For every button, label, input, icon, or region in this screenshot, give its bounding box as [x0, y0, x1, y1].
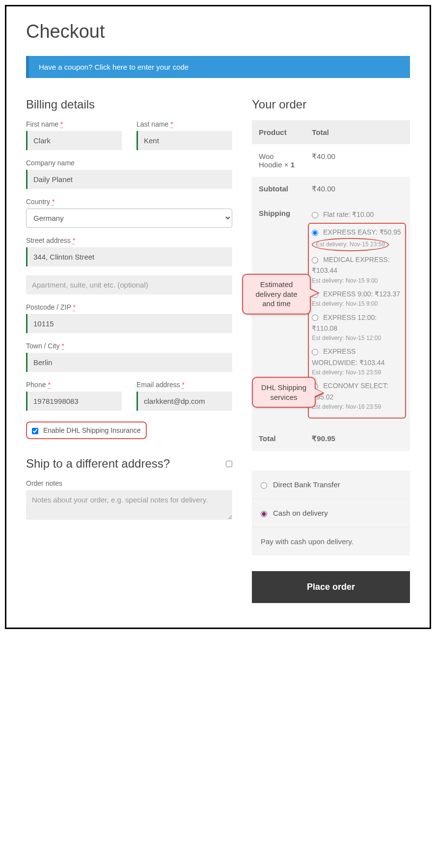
email-input[interactable]	[136, 392, 232, 411]
shipping-option-label: EXPRESS WORLDWIDE: ₹103.44	[312, 347, 384, 366]
postcode-label: Postcode / ZIP *	[26, 303, 232, 311]
shipping-option[interactable]: EXPRESS EASY: ₹50.95Est delivery: Nov-15…	[312, 227, 402, 251]
insurance-checkbox[interactable]	[32, 428, 38, 434]
subtotal-label: Subtotal	[252, 177, 305, 201]
shipping-option[interactable]: EXPRESS 9:00: ₹123.37Est delivery: Nov-1…	[312, 289, 402, 309]
ship-diff-heading: Ship to a different address?	[26, 457, 170, 471]
billing-heading: Billing details	[26, 98, 232, 111]
shipping-option[interactable]: MEDICAL EXPRESS: ₹103.44Est delivery: No…	[312, 254, 402, 286]
company-input[interactable]	[26, 170, 232, 189]
phone-label: Phone *	[26, 381, 122, 389]
callout-est-delivery: Estimated delivery date and time	[242, 274, 311, 315]
shipping-option[interactable]: EXPRESS WORLDWIDE: ₹103.44Est delivery: …	[312, 346, 402, 377]
last-name-label: Last name *	[136, 120, 232, 128]
company-label: Company name	[26, 159, 232, 167]
total-label: Total	[252, 426, 305, 451]
payment-description: Pay with cash upon delivery.	[252, 527, 410, 555]
ship-diff-checkbox[interactable]	[226, 461, 232, 467]
street-label: Street address *	[26, 237, 232, 244]
table-row: Woo Hoodie × 1₹40.00	[252, 144, 410, 177]
insurance-box: Enable DHL Shipping Insurance	[26, 421, 147, 439]
page-title: Checkout	[26, 21, 410, 42]
shipping-option-label: MEDICAL EXPRESS: ₹103.44	[312, 256, 390, 274]
shipping-radio[interactable]	[312, 315, 318, 321]
shipping-est: Est delivery: Nov-15 23:59	[312, 368, 402, 377]
order-heading: Your order	[252, 98, 410, 111]
insurance-label: Enable DHL Shipping Insurance	[43, 426, 141, 434]
shipping-radio[interactable]	[312, 349, 318, 355]
country-label: Country *	[26, 198, 232, 206]
payment-option[interactable]: Cash on delivery	[252, 499, 410, 527]
payment-option-label: Cash on delivery	[273, 509, 328, 517]
payment-option[interactable]: Direct Bank Transfer	[252, 471, 410, 499]
shipping-est: Est delivery: Nov-15 9:00	[312, 276, 402, 286]
shipping-option-label: EXPRESS EASY: ₹50.95	[323, 228, 401, 236]
postcode-input[interactable]	[26, 314, 232, 333]
payment-radio[interactable]	[261, 482, 267, 489]
total-value: ₹90.95	[305, 426, 410, 451]
email-label: Email address *	[136, 381, 232, 389]
item-name: Woo Hoodie × 1	[252, 144, 305, 177]
col-total: Total	[305, 120, 410, 144]
shipping-option[interactable]: EXPRESS 12:00: ₹110.08Est delivery: Nov-…	[312, 312, 402, 343]
street2-input[interactable]	[26, 275, 232, 294]
shipping-option-label: EXPRESS 12:00: ₹110.08	[312, 314, 377, 332]
order-notes-label: Order notes	[26, 479, 232, 487]
street1-input[interactable]	[26, 247, 232, 266]
shipping-est: Est delivery: Nov-16 23:59	[312, 402, 402, 412]
coupon-notice[interactable]: Have a coupon? Click here to enter your …	[26, 56, 410, 78]
shipping-est: Est delivery: Nov-15 9:00	[312, 299, 402, 309]
shipping-est: Est delivery: Nov-15 12:00	[312, 334, 402, 343]
coupon-text: Have a coupon? Click here to enter your …	[39, 63, 189, 71]
subtotal-value: ₹40.00	[305, 177, 410, 201]
shipping-radio[interactable]	[312, 230, 318, 236]
first-name-input[interactable]	[26, 131, 122, 150]
payment-box: Direct Bank TransferCash on delivery Pay…	[252, 471, 410, 555]
shipping-option-label: Flat rate: ₹10.00	[323, 210, 374, 218]
callout-dhl-services: DHL Shipping services	[252, 377, 316, 408]
col-product: Product	[252, 120, 305, 144]
shipping-option[interactable]: ECONOMY SELECT: ₹95.02Est delivery: Nov-…	[312, 380, 402, 412]
payment-option-label: Direct Bank Transfer	[273, 480, 340, 489]
phone-input[interactable]	[26, 392, 122, 411]
first-name-label: First name *	[26, 120, 122, 128]
shipping-option[interactable]: Flat rate: ₹10.00	[312, 209, 403, 220]
shipping-option-label: EXPRESS 9:00: ₹123.37	[323, 290, 400, 298]
shipping-est: Est delivery: Nov-15 23:59	[312, 238, 389, 251]
shipping-radio[interactable]	[312, 257, 318, 263]
item-total: ₹40.00	[305, 144, 410, 177]
place-order-button[interactable]: Place order	[252, 571, 410, 603]
payment-radio[interactable]	[261, 511, 267, 517]
country-select[interactable]: Germany	[26, 209, 232, 228]
last-name-input[interactable]	[136, 131, 232, 150]
town-label: Town / City *	[26, 342, 232, 350]
shipping-radio[interactable]	[312, 212, 318, 218]
town-input[interactable]	[26, 353, 232, 372]
order-notes-textarea[interactable]	[26, 490, 232, 520]
